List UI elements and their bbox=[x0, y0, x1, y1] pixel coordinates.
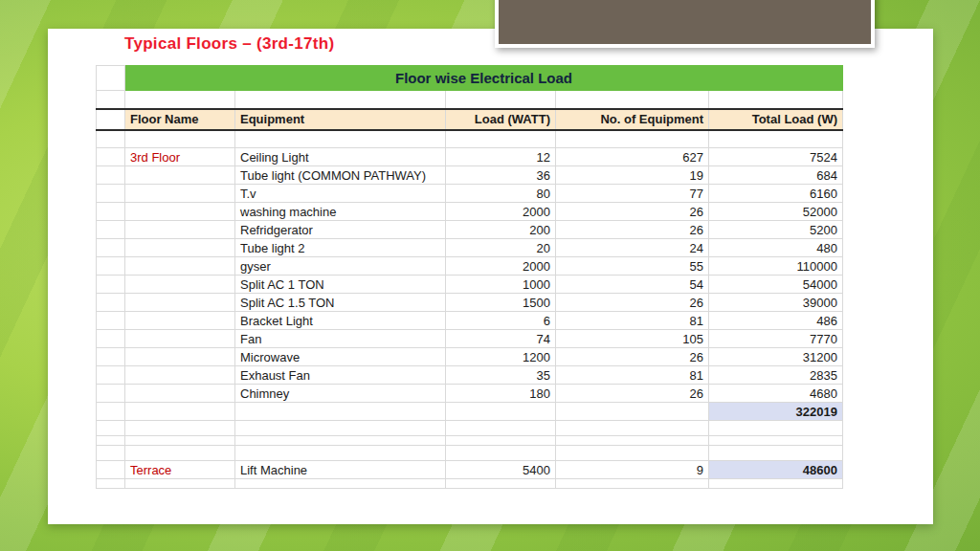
floor-cell bbox=[125, 312, 235, 330]
col-header-qty: No. of Equipment bbox=[556, 109, 709, 130]
spreadsheet-table: Floor wise Electrical Load Floor Name Eq… bbox=[96, 65, 843, 489]
floor-cell bbox=[125, 203, 235, 221]
floor-cell bbox=[125, 276, 235, 294]
qty-cell: 81 bbox=[556, 366, 709, 385]
table-row: 3rd Floor Ceiling Light 12 627 7524 bbox=[97, 148, 843, 166]
total-cell: 31200 bbox=[709, 348, 843, 366]
empty-row bbox=[97, 479, 843, 489]
qty-cell: 24 bbox=[556, 239, 709, 257]
load-cell: 2000 bbox=[446, 257, 556, 276]
slide-title: Typical Floors – (3rd-17th) bbox=[124, 34, 334, 54]
empty-row bbox=[97, 91, 843, 109]
empty-row bbox=[97, 436, 843, 446]
equipment-cell: Tube light 2 bbox=[235, 239, 446, 257]
load-cell: 6 bbox=[446, 312, 556, 330]
floor-cell bbox=[125, 385, 235, 403]
table-row: washing machine 2000 26 52000 bbox=[97, 203, 843, 221]
qty-cell: 105 bbox=[556, 330, 709, 348]
load-cell: 1000 bbox=[446, 276, 556, 294]
floor-cell bbox=[125, 348, 235, 366]
table-row: Fan 74 105 7770 bbox=[97, 330, 843, 348]
total-cell: 7524 bbox=[709, 148, 843, 166]
total-cell: 39000 bbox=[709, 294, 843, 312]
load-cell: 1500 bbox=[446, 294, 556, 312]
equipment-cell: Fan bbox=[235, 330, 446, 348]
total-cell: 2835 bbox=[709, 366, 843, 385]
qty-cell: 19 bbox=[556, 166, 709, 185]
table-row: Bracket Light 6 81 486 bbox=[97, 312, 843, 330]
col-header-load: Load (WATT) bbox=[446, 109, 556, 130]
floor-cell bbox=[125, 366, 235, 385]
total-cell: 7770 bbox=[709, 330, 843, 348]
qty-cell: 627 bbox=[556, 148, 709, 166]
equipment-cell: Split AC 1.5 TON bbox=[235, 294, 446, 312]
equipment-cell: Split AC 1 TON bbox=[235, 276, 446, 294]
table-row: T.v 80 77 6160 bbox=[97, 185, 843, 203]
slide-background: Typical Floors – (3rd-17th) Floor wise E… bbox=[0, 0, 980, 551]
total-cell: 684 bbox=[709, 166, 843, 185]
qty-cell: 26 bbox=[556, 385, 709, 403]
table-row: Split AC 1 TON 1000 54 54000 bbox=[97, 276, 843, 294]
load-cell: 2000 bbox=[446, 203, 556, 221]
empty-row bbox=[97, 446, 843, 461]
empty-row bbox=[97, 130, 843, 148]
floor-cell: Terrace bbox=[125, 461, 235, 479]
subtotal-row: 322019 bbox=[97, 403, 843, 421]
col-header-floor-name: Floor Name bbox=[125, 109, 235, 130]
qty-cell: 26 bbox=[556, 294, 709, 312]
qty-cell: 9 bbox=[556, 461, 709, 479]
floor-cell bbox=[125, 330, 235, 348]
col-header-total: Total Load (W) bbox=[709, 109, 843, 130]
empty-row bbox=[97, 421, 843, 436]
qty-cell: 26 bbox=[556, 348, 709, 366]
qty-cell: 55 bbox=[556, 257, 709, 276]
load-cell: 74 bbox=[446, 330, 556, 348]
table-row: Chimney 180 26 4680 bbox=[97, 385, 843, 403]
floor-cell bbox=[125, 221, 235, 239]
total-cell: 4680 bbox=[709, 385, 843, 403]
total-cell: 110000 bbox=[709, 257, 843, 276]
total-cell: 6160 bbox=[709, 185, 843, 203]
qty-cell: 26 bbox=[556, 203, 709, 221]
qty-cell: 81 bbox=[556, 312, 709, 330]
equipment-cell: Refridgerator bbox=[235, 221, 446, 239]
load-cell: 20 bbox=[446, 239, 556, 257]
equipment-cell: washing machine bbox=[235, 203, 446, 221]
table-row: Split AC 1.5 TON 1500 26 39000 bbox=[97, 294, 843, 312]
load-cell: 80 bbox=[446, 185, 556, 203]
floor-cell: 3rd Floor bbox=[125, 148, 235, 166]
equipment-cell: gyser bbox=[235, 257, 446, 276]
load-cell: 5400 bbox=[446, 461, 556, 479]
header-row: Floor Name Equipment Load (WATT) No. of … bbox=[97, 109, 843, 130]
subtotal-cell: 322019 bbox=[709, 403, 843, 421]
equipment-cell: Microwave bbox=[235, 348, 446, 366]
load-cell: 1200 bbox=[446, 348, 556, 366]
floor-cell bbox=[125, 185, 235, 203]
equipment-cell: Bracket Light bbox=[235, 312, 446, 330]
floor-cell bbox=[125, 257, 235, 276]
floor-cell bbox=[125, 239, 235, 257]
table-row: Tube light (COMMON PATHWAY) 36 19 684 bbox=[97, 166, 843, 185]
table-row: Refridgerator 200 26 5200 bbox=[97, 221, 843, 239]
table-row: Exhaust Fan 35 81 2835 bbox=[97, 366, 843, 385]
total-cell: 48600 bbox=[709, 461, 843, 479]
table-row: Microwave 1200 26 31200 bbox=[97, 348, 843, 366]
floor-cell bbox=[125, 166, 235, 185]
equipment-cell: Chimney bbox=[235, 385, 446, 403]
col-header-equipment: Equipment bbox=[235, 109, 446, 130]
load-table: Floor wise Electrical Load Floor Name Eq… bbox=[96, 65, 843, 489]
load-cell: 35 bbox=[446, 366, 556, 385]
table-banner: Floor wise Electrical Load bbox=[125, 66, 843, 91]
qty-cell: 77 bbox=[556, 185, 709, 203]
table-row: gyser 2000 55 110000 bbox=[97, 257, 843, 276]
load-cell: 36 bbox=[446, 166, 556, 185]
equipment-cell: Ceiling Light bbox=[235, 148, 446, 166]
load-cell: 12 bbox=[446, 148, 556, 166]
load-cell: 200 bbox=[446, 221, 556, 239]
table-row: Tube light 2 20 24 480 bbox=[97, 239, 843, 257]
qty-cell: 54 bbox=[556, 276, 709, 294]
equipment-cell: Exhaust Fan bbox=[235, 366, 446, 385]
terrace-row: Terrace Lift Machine 5400 9 48600 bbox=[97, 461, 843, 479]
image-placeholder bbox=[495, 0, 875, 48]
qty-cell: 26 bbox=[556, 221, 709, 239]
